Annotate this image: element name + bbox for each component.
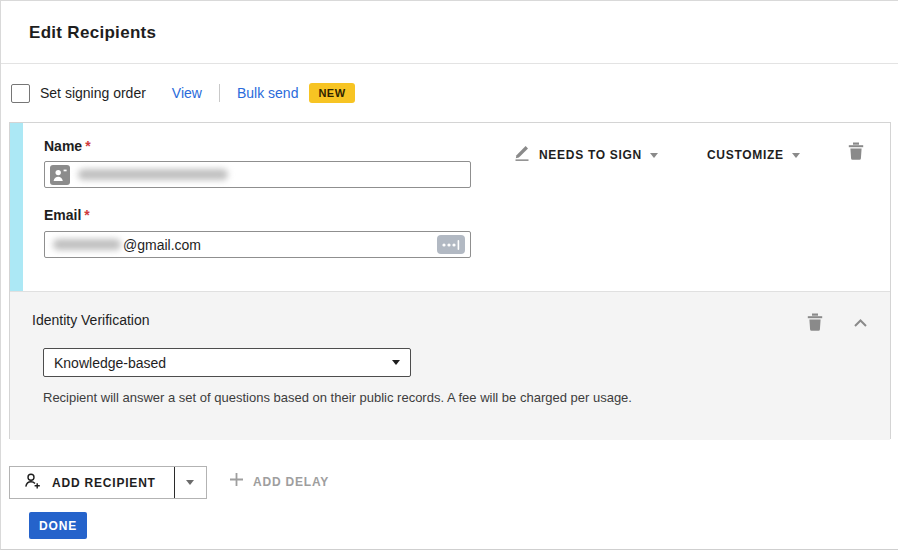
add-delay-button[interactable]: ADD DELAY: [229, 472, 329, 491]
name-required-mark: *: [85, 138, 90, 154]
add-delay-label: ADD DELAY: [253, 475, 329, 489]
customize-label: CUSTOMIZE: [707, 148, 784, 162]
delete-identity-verification-button[interactable]: [807, 313, 823, 334]
new-badge: NEW: [309, 83, 354, 103]
page-title: Edit Recipients: [29, 23, 156, 43]
add-recipient-label: ADD RECIPIENT: [52, 476, 156, 490]
chevron-down-icon: [186, 480, 194, 485]
add-recipient-split-button: ADD RECIPIENT: [9, 466, 207, 499]
email-domain-text: @gmail.com: [123, 237, 201, 253]
customize-dropdown[interactable]: CUSTOMIZE: [707, 148, 800, 162]
set-signing-order-label: Set signing order: [40, 85, 146, 101]
header-divider: [1, 63, 898, 64]
email-input[interactable]: @gmail.com: [44, 231, 471, 258]
set-signing-order-checkbox[interactable]: [11, 84, 30, 103]
recipient-color-strip: [10, 123, 23, 291]
delete-recipient-button[interactable]: [848, 142, 864, 163]
link-separator: [219, 84, 220, 102]
bulk-send-link[interactable]: Bulk send: [237, 85, 298, 101]
role-label: NEEDS TO SIGN: [539, 148, 642, 162]
recipient-card: Name* Email* @gmail.com: [9, 122, 891, 439]
email-label: Email*: [44, 207, 90, 223]
person-add-icon: [24, 472, 42, 494]
email-required-mark: *: [84, 207, 89, 223]
name-label-text: Name: [44, 138, 82, 154]
name-input[interactable]: [44, 161, 471, 188]
redacted-name-value: [78, 169, 228, 180]
chevron-down-icon: [650, 153, 658, 158]
chevron-down-icon: [792, 153, 800, 158]
collapse-section-button[interactable]: [853, 316, 868, 331]
identity-verification-select[interactable]: Knowledge-based: [43, 348, 411, 377]
add-recipient-menu-button[interactable]: [175, 467, 206, 498]
chevron-up-icon: [853, 316, 868, 331]
contact-card-icon[interactable]: [50, 165, 70, 185]
done-button[interactable]: DONE: [29, 512, 87, 539]
email-label-text: Email: [44, 207, 81, 223]
trash-icon: [848, 148, 864, 163]
recipient-card-main: Name* Email* @gmail.com: [10, 123, 890, 291]
identity-verification-section: Identity Verification Knowledge-based Re…: [10, 291, 890, 440]
signing-order-row: Set signing order View Bulk send NEW: [11, 81, 355, 105]
recipient-role-dropdown[interactable]: NEEDS TO SIGN: [513, 145, 658, 165]
autofill-cursor-icon[interactable]: [437, 235, 465, 254]
identity-verification-selected-option: Knowledge-based: [54, 355, 166, 371]
name-label: Name*: [44, 138, 91, 154]
identity-verification-title: Identity Verification: [32, 312, 150, 328]
redacted-email-prefix: [53, 239, 121, 250]
edit-recipients-panel: Edit Recipients Set signing order View B…: [0, 0, 898, 550]
trash-icon: [807, 319, 823, 334]
chevron-down-icon: [392, 360, 400, 365]
pencil-icon: [513, 145, 531, 165]
plus-icon: [229, 472, 244, 491]
add-recipient-button[interactable]: ADD RECIPIENT: [10, 467, 175, 498]
identity-verification-description: Recipient will answer a set of questions…: [43, 390, 632, 405]
view-link[interactable]: View: [172, 85, 202, 101]
